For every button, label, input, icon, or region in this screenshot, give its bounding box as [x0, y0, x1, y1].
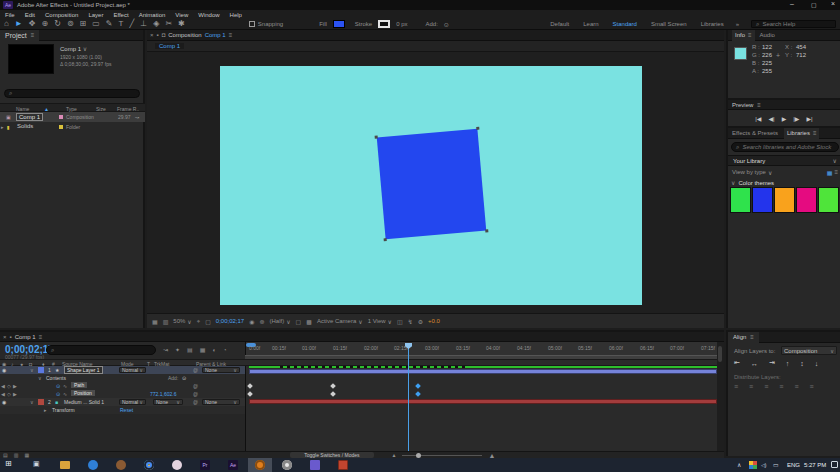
tab-align[interactable]: Align ≡ [728, 332, 759, 343]
language-indicator[interactable]: ENG [787, 462, 800, 468]
theme-swatch-magenta[interactable] [796, 187, 817, 213]
help-search[interactable]: ⌕ [751, 20, 836, 28]
tab-preview[interactable]: Preview [732, 102, 753, 108]
scroll-thumb[interactable] [718, 346, 722, 362]
view-by-dropdown[interactable]: View by type [732, 169, 766, 175]
clone-stamp-tool-icon[interactable]: ⊥ [140, 19, 147, 29]
fill-label[interactable]: Fill [319, 21, 327, 27]
close-icon[interactable]: × [3, 334, 7, 340]
corner-handle[interactable] [485, 229, 488, 232]
maximize-button[interactable]: ▢ [811, 1, 817, 8]
first-frame-button[interactable]: |◀ [755, 115, 761, 122]
pickwhip-icon[interactable]: @ [193, 399, 198, 405]
transform-label[interactable]: Transform [52, 407, 75, 413]
menu-composition[interactable]: Composition [45, 12, 78, 18]
distribute-bottom-button[interactable]: ≡ [764, 383, 768, 390]
timeline-zoom-slider[interactable] [402, 455, 482, 456]
chevron-down-icon[interactable]: ∨ [38, 375, 42, 381]
app-icon-pink-circle[interactable] [172, 460, 182, 470]
help-search-input[interactable] [762, 21, 831, 27]
shape-layer-square[interactable] [377, 129, 487, 239]
position-value[interactable]: 772.1,602.6 [150, 391, 176, 397]
corner-handle[interactable] [375, 136, 378, 139]
layer-row-1[interactable]: ◉ ∨ 1 ★ Shape Layer 1 Normal ∨ @ None ∨ [0, 366, 245, 374]
file-explorer-icon[interactable] [60, 461, 70, 469]
pixel-aspect-icon[interactable]: ◫ [397, 318, 403, 325]
rotation-tool-icon[interactable]: ↻ [54, 19, 61, 29]
distribute-h-center-button[interactable]: ≡ [794, 383, 798, 390]
camera-tool-icon[interactable]: ⊚ [67, 19, 74, 29]
fill-swatch[interactable] [333, 20, 345, 28]
edge-browser-icon[interactable] [88, 460, 98, 470]
camera-dropdown[interactable]: Active Camera ∨ [317, 318, 363, 325]
start-button[interactable]: ⊞ [5, 459, 12, 468]
pen-tool-icon[interactable]: ✎ [106, 19, 113, 29]
menu-help[interactable]: Help [230, 12, 242, 18]
resolution-dropdown[interactable]: (Half) ∨ [269, 318, 290, 325]
parent-dropdown[interactable]: None ∨ [202, 399, 240, 405]
list-view-icon[interactable]: ≡ [834, 169, 838, 175]
workspace-overflow-icon[interactable]: » [736, 21, 739, 27]
layer1-duration-bar[interactable] [249, 369, 717, 374]
viewer-timecode[interactable]: 0;00;02;17 [216, 318, 244, 324]
app-icon-brown[interactable] [116, 460, 126, 470]
keyframe-prev-icon[interactable]: ◀ [1, 391, 5, 397]
hand-tool-icon[interactable]: ✥ [29, 19, 36, 29]
premiere-icon[interactable]: Pr [200, 460, 210, 470]
viewer-tab-comp[interactable]: Comp 1 [205, 32, 226, 38]
lock-icon[interactable]: ◘ [162, 32, 166, 38]
selection-tool-icon[interactable]: ► [15, 19, 23, 29]
project-search-input[interactable] [15, 91, 135, 97]
close-button[interactable]: × [831, 0, 835, 7]
transparency-grid-icon[interactable]: ▩ [306, 318, 312, 325]
blend-mode-dropdown[interactable]: Normal ∨ [119, 367, 146, 373]
region-of-interest-icon[interactable]: ▢ [296, 318, 302, 325]
chevron-right-icon[interactable]: ▸ [44, 407, 47, 413]
distribute-left-button[interactable]: ≡ [779, 383, 783, 390]
tab-effects-presets[interactable]: Effects & Presets [732, 130, 778, 136]
label-chip[interactable] [59, 125, 63, 129]
tray-chevron-up-icon[interactable]: ∧ [737, 461, 741, 468]
corner-handle[interactable] [476, 127, 479, 130]
home-tool-icon[interactable]: ⌂ [4, 19, 9, 29]
distribute-v-center-button[interactable]: ≡ [749, 383, 753, 390]
graph-editor-icon[interactable]: ◔ [223, 347, 227, 353]
mask-visibility-icon[interactable]: ▥ [163, 318, 169, 325]
viewer-subtab-comp1[interactable]: Comp 1 [155, 43, 184, 49]
zoom-slider-thumb[interactable] [416, 453, 421, 458]
menu-edit[interactable]: Edit [25, 12, 35, 18]
chevron-down-icon[interactable]: ∨ [30, 367, 34, 373]
roi-icon[interactable]: ▢ [205, 318, 211, 325]
chevron-down-icon[interactable]: ∨ [768, 169, 772, 176]
menu-effect[interactable]: Effect [113, 12, 128, 18]
align-left-button[interactable]: ⇤ [734, 359, 740, 367]
align-h-center-button[interactable]: ↔ [751, 360, 758, 367]
prev-frame-button[interactable]: ◀| [769, 115, 775, 122]
menu-view[interactable]: View [175, 12, 188, 18]
camera-app-icon[interactable] [282, 460, 292, 470]
position-property-label[interactable]: Position [71, 390, 95, 396]
layer2-duration-bar[interactable] [249, 399, 717, 404]
menu-layer[interactable]: Layer [88, 12, 103, 18]
transform-reset-link[interactable]: Reset [120, 407, 133, 413]
zoom-tool-icon[interactable]: ⊕ [41, 19, 48, 29]
align-v-center-button[interactable]: ↕ [800, 360, 804, 367]
track-area[interactable] [245, 366, 717, 451]
stroke-label[interactable]: Stroke [355, 21, 372, 27]
active-app-highlight[interactable] [248, 458, 272, 472]
path-property-label[interactable]: Path [71, 382, 87, 388]
playhead-line[interactable] [408, 343, 409, 451]
workspace-small-screen[interactable]: Small Screen [651, 21, 687, 27]
chevron-down-icon[interactable]: ∨ [30, 399, 34, 405]
puppet-pin-tool-icon[interactable]: ✱ [178, 19, 185, 29]
brush-tool-icon[interactable]: ╱ [129, 19, 134, 29]
timeline-vscrollbar[interactable] [717, 342, 724, 451]
theme-swatch-green[interactable] [730, 187, 751, 213]
keyframe-add-icon[interactable]: ◇ [7, 383, 11, 389]
color-themes-header[interactable]: ∨ Color themes [728, 178, 840, 187]
tray-color-app-icon[interactable] [749, 461, 757, 469]
contents-label[interactable]: Contents [46, 375, 66, 381]
grid-view-icon[interactable]: ▦ [827, 169, 833, 176]
minimize-button[interactable]: – [790, 0, 794, 7]
snapping-checkbox[interactable] [249, 21, 255, 27]
